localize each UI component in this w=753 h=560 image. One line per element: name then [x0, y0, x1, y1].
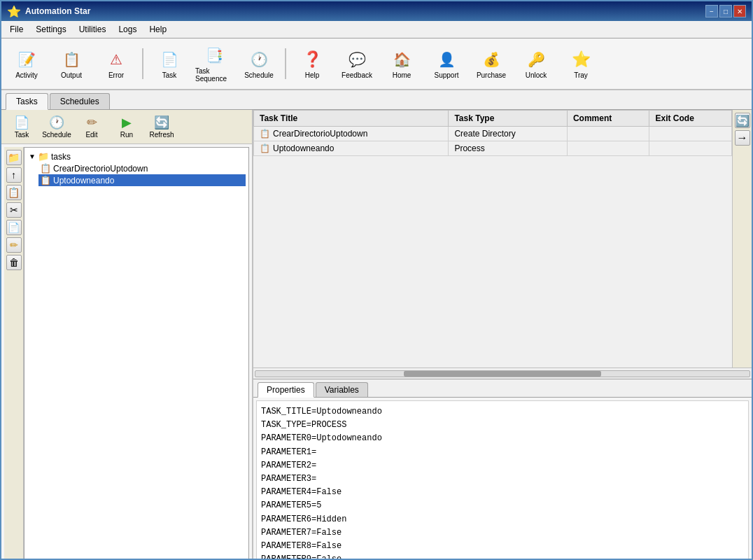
title-bar: ⭐ Automation Star − □ ✕ — [1, 1, 752, 21]
cell-task-type-1: Process — [449, 141, 568, 156]
task-icon: 📄 — [159, 49, 180, 70]
toolbar: 📝Activity📋Output⚠Error📄Task📑Task Sequenc… — [1, 38, 752, 90]
help-icon: ❓ — [302, 49, 323, 70]
task-tool-btn-task[interactable]: 📄Task — [6, 113, 38, 141]
tab-schedules[interactable]: Schedules — [50, 93, 110, 109]
tray-label: Tray — [574, 71, 588, 79]
task-tool-btn-run[interactable]: ▶Run — [111, 113, 143, 141]
tab-variables[interactable]: Variables — [316, 382, 368, 397]
properties-panel: Properties Variables TASK_TITLE=Uptodown… — [253, 379, 752, 560]
menu-item-file[interactable]: File — [4, 22, 29, 36]
menu-item-logs[interactable]: Logs — [113, 22, 142, 36]
activity-icon: 📝 — [16, 49, 37, 70]
close-button[interactable]: ✕ — [733, 5, 746, 18]
feedback-icon: 💬 — [346, 49, 367, 70]
scroll-thumb[interactable] — [404, 371, 601, 377]
delete-button[interactable]: 🗑 — [6, 255, 22, 270]
tree-item-label-2: Uptodowneando — [53, 176, 114, 186]
bottom-scrollbar[interactable] — [253, 368, 752, 379]
cell-task-type-0: Create Directory — [449, 127, 568, 141]
app-title: Automation Star — [25, 6, 90, 16]
table-row[interactable]: 📋CrearDirectorioUptodownCreate Directory — [254, 127, 732, 141]
toolbar-btn-task-sequence[interactable]: 📑Task Sequence — [193, 41, 235, 86]
edit-button[interactable]: ✏ — [6, 237, 22, 253]
toolbar-btn-purchase[interactable]: 💰Purchase — [470, 46, 512, 83]
toolbar-btn-help[interactable]: ❓Help — [291, 46, 333, 83]
tree-children: 📋 CrearDirectorioUptodown 📋 Uptodowneand… — [38, 162, 246, 186]
cut-button[interactable]: ✂ — [6, 202, 22, 218]
tab-tasks[interactable]: Tasks — [6, 93, 48, 110]
toolbar-separator-3 — [142, 48, 143, 79]
run-task-label: Run — [120, 131, 133, 139]
menu-item-settings[interactable]: Settings — [30, 22, 71, 36]
scroll-track[interactable] — [255, 370, 750, 377]
home-icon: 🏠 — [391, 49, 412, 70]
tree-actions: 📁 ↑ 📋 ✂ 📄 ✏ 🗑 — [4, 147, 24, 560]
task-table: Task Title Task Type Comment Exit Code 📋… — [253, 110, 732, 156]
tree-folder-icon: 📁 — [38, 151, 49, 162]
tree-item-uptodown[interactable]: 📋 Uptodowneando — [38, 174, 246, 186]
right-panel: Task Title Task Type Comment Exit Code 📋… — [253, 110, 752, 560]
schedule-task-icon: 🕐 — [49, 115, 64, 130]
task-label: Task — [162, 71, 177, 79]
unlock-label: Unlock — [526, 71, 547, 79]
task-sequence-icon: 📑 — [204, 45, 225, 66]
task-task-icon: 📄 — [14, 115, 29, 130]
tabs-bar: TasksSchedules — [1, 90, 752, 110]
task-tbody: 📋CrearDirectorioUptodownCreate Directory… — [254, 127, 732, 156]
task-tool-btn-schedule[interactable]: 🕐Schedule — [41, 113, 73, 141]
table-row[interactable]: 📋UptodowneandoProcess — [254, 141, 732, 156]
folder-button[interactable]: 📁 — [6, 150, 22, 165]
cell-comment-1 — [567, 141, 649, 156]
tree-root-label: tasks — [51, 152, 71, 162]
toolbar-btn-output[interactable]: 📋Output — [50, 46, 92, 83]
edit-task-icon: ✏ — [87, 115, 97, 130]
run-task-icon: ▶ — [122, 115, 132, 130]
tab-properties[interactable]: Properties — [258, 382, 314, 398]
arrow-right-button[interactable]: → — [735, 130, 750, 146]
menu-bar: FileSettingsUtilitiesLogsHelp — [1, 21, 752, 38]
toolbar-btn-schedule[interactable]: 🕐Schedule — [238, 46, 280, 83]
toolbar-btn-feedback[interactable]: 💬Feedback — [336, 46, 378, 83]
main-content: 📄Task🕐Schedule✏Edit▶Run🔄Refresh 📁 ↑ 📋 ✂ … — [1, 110, 752, 560]
up-button[interactable]: ↑ — [6, 167, 22, 183]
schedule-label: Schedule — [244, 71, 274, 79]
task-task-label: Task — [15, 131, 29, 139]
toolbar-btn-home[interactable]: 🏠Home — [381, 46, 423, 83]
error-label: Error — [108, 71, 124, 79]
purchase-label: Purchase — [477, 71, 506, 79]
cell-exit-code-0 — [649, 127, 732, 141]
tree-root[interactable]: ▼ 📁 tasks — [27, 150, 246, 162]
toolbar-btn-tray[interactable]: ⭐Tray — [560, 46, 602, 83]
minimize-button[interactable]: − — [705, 5, 718, 18]
refresh-task-label: Refresh — [149, 131, 174, 139]
task-tool-btn-edit[interactable]: ✏Edit — [76, 113, 108, 141]
purchase-icon: 💰 — [481, 49, 502, 70]
col-exit-code: Exit Code — [649, 111, 732, 127]
refresh-right-button[interactable]: 🔄 — [735, 113, 750, 128]
refresh-task-icon: 🔄 — [154, 115, 169, 130]
cell-task-title-1: 📋Uptodowneando — [254, 141, 449, 156]
toolbar-btn-error[interactable]: ⚠Error — [95, 46, 137, 83]
tree-container: 📁 ↑ 📋 ✂ 📄 ✏ 🗑 ▼ 📁 tasks — [1, 144, 252, 560]
task-sequence-label: Task Sequence — [195, 67, 233, 83]
support-label: Support — [434, 71, 458, 79]
toolbar-btn-support[interactable]: 👤Support — [425, 46, 467, 83]
right-side-buttons: 🔄 → — [732, 110, 752, 368]
toolbar-btn-unlock[interactable]: 🔑Unlock — [515, 46, 557, 83]
toolbar-btn-task[interactable]: 📄Task — [148, 46, 190, 83]
col-comment: Comment — [567, 111, 649, 127]
copy-button[interactable]: 📋 — [6, 185, 22, 200]
output-icon: 📋 — [61, 49, 82, 70]
tree-task-icon-2: 📋 — [40, 175, 51, 186]
task-tool-btn-refresh[interactable]: 🔄Refresh — [146, 113, 178, 141]
paste-button[interactable]: 📄 — [6, 220, 22, 235]
menu-item-help[interactable]: Help — [143, 22, 172, 36]
home-label: Home — [393, 71, 411, 79]
cell-exit-code-1 — [649, 141, 732, 156]
toolbar-btn-activity[interactable]: 📝Activity — [6, 46, 48, 83]
tree-item-crear[interactable]: 📋 CrearDirectorioUptodown — [38, 162, 246, 174]
maximize-button[interactable]: □ — [719, 5, 732, 18]
menu-item-utilities[interactable]: Utilities — [73, 22, 112, 36]
task-toolbar: 📄Task🕐Schedule✏Edit▶Run🔄Refresh — [1, 110, 252, 144]
